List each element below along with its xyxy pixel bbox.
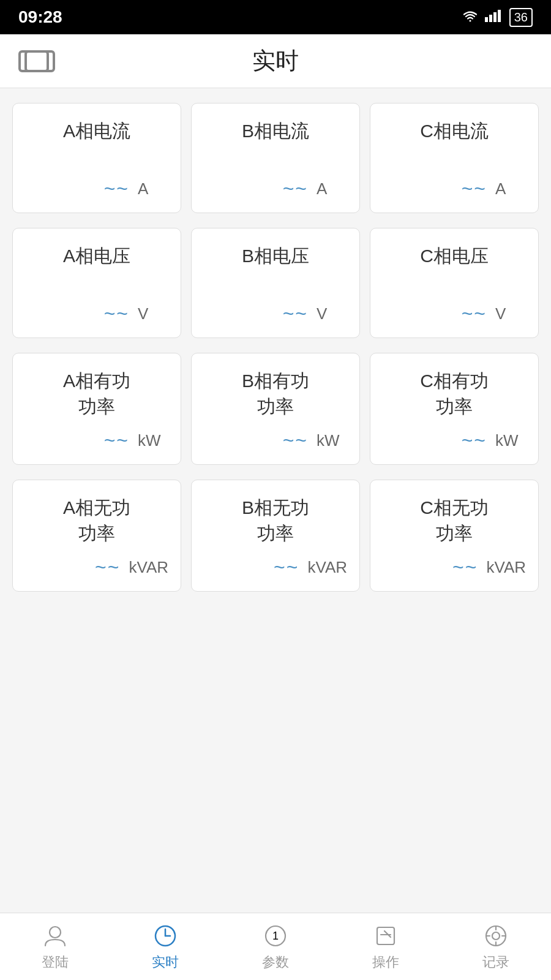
card-title-1-0: A相电压	[25, 243, 168, 269]
nav-label-realtime: 实时	[152, 953, 179, 971]
status-bar: 09:28 36	[0, 0, 551, 34]
card-row-0: A相电流~~AB相电流~~AC相电流~~A	[12, 103, 539, 213]
card-value-row-2-1: ~~kW	[204, 429, 347, 452]
app-logo	[18, 47, 55, 76]
card-2-0: A相有功功率~~kW	[12, 353, 181, 465]
card-unit-3-0: kVAR	[129, 558, 168, 577]
nav-item-operation[interactable]: 操作	[331, 922, 441, 971]
card-unit-0-0: A	[138, 179, 168, 198]
nav-icon-login	[42, 922, 69, 949]
card-tilde-2-0: ~~	[104, 429, 129, 452]
card-tilde-1-2: ~~	[462, 303, 487, 325]
card-title-3-1: B相无功功率	[204, 495, 347, 546]
card-value-row-0-1: ~~A	[204, 178, 347, 200]
nav-icon-realtime	[152, 922, 179, 949]
card-value-row-1-1: ~~V	[204, 303, 347, 325]
card-title-0-1: B相电流	[204, 118, 347, 144]
card-tilde-3-2: ~~	[452, 556, 478, 579]
card-unit-0-1: A	[317, 179, 347, 198]
nav-icon-params: 1	[262, 922, 289, 949]
status-time: 09:28	[18, 7, 62, 27]
svg-rect-12	[377, 927, 394, 944]
nav-item-params[interactable]: 1参数	[220, 922, 331, 971]
card-value-row-2-0: ~~kW	[25, 429, 168, 452]
nav-icon-records	[482, 922, 509, 949]
card-1-0: A相电压~~V	[12, 228, 181, 338]
signal-icon	[485, 9, 503, 22]
card-row-3: A相无功功率~~kVARB相无功功率~~kVARC相无功功率~~kVAR	[12, 480, 539, 592]
signal-strength	[485, 9, 503, 26]
card-0-0: A相电流~~A	[12, 103, 181, 213]
card-3-1: B相无功功率~~kVAR	[191, 480, 360, 592]
card-unit-3-2: kVAR	[486, 558, 526, 577]
svg-rect-2	[493, 12, 497, 22]
card-row-2: A相有功功率~~kWB相有功功率~~kWC相有功功率~~kW	[12, 353, 539, 465]
nav-label-params: 参数	[262, 953, 289, 971]
card-unit-2-0: kW	[138, 431, 168, 450]
card-3-0: A相无功功率~~kVAR	[12, 480, 181, 592]
card-title-2-0: A相有功功率	[25, 368, 168, 420]
card-unit-3-1: kVAR	[307, 558, 347, 577]
card-value-row-1-0: ~~V	[25, 303, 168, 325]
card-value-row-3-2: ~~kVAR	[383, 556, 526, 579]
card-tilde-2-2: ~~	[462, 429, 487, 452]
card-value-row-0-0: ~~A	[25, 178, 168, 200]
nav-label-records: 记录	[482, 953, 509, 971]
svg-rect-3	[498, 10, 501, 22]
card-unit-2-2: kW	[495, 431, 526, 450]
card-title-0-0: A相电流	[25, 118, 168, 144]
card-unit-2-1: kW	[317, 431, 347, 450]
card-2-1: B相有功功率~~kW	[191, 353, 360, 465]
svg-rect-1	[489, 15, 492, 22]
card-value-row-1-2: ~~V	[383, 303, 526, 325]
card-unit-1-2: V	[495, 304, 526, 323]
card-1-1: B相电压~~V	[191, 228, 360, 338]
card-title-2-1: B相有功功率	[204, 368, 347, 420]
svg-point-6	[50, 927, 61, 938]
card-title-1-2: C相电压	[383, 243, 526, 269]
svg-text:1: 1	[272, 930, 279, 942]
card-value-row-2-2: ~~kW	[383, 429, 526, 452]
svg-point-16	[492, 932, 500, 940]
card-tilde-2-1: ~~	[283, 429, 308, 452]
card-tilde-3-1: ~~	[274, 556, 299, 579]
card-0-1: B相电流~~A	[191, 103, 360, 213]
status-icons: 36	[462, 8, 533, 27]
battery-indicator: 36	[509, 8, 533, 27]
wifi-icon	[462, 10, 479, 24]
card-row-1: A相电压~~VB相电压~~VC相电压~~V	[12, 228, 539, 338]
nav-label-login: 登陆	[42, 953, 69, 971]
card-value-row-3-0: ~~kVAR	[25, 556, 168, 579]
card-tilde-3-0: ~~	[95, 556, 120, 579]
card-unit-1-0: V	[138, 304, 168, 323]
page-title: 实时	[252, 45, 299, 77]
nav-item-realtime[interactable]: 实时	[110, 922, 220, 971]
card-title-0-2: C相电流	[383, 118, 526, 144]
nav-item-records[interactable]: 记录	[441, 922, 551, 971]
card-title-1-1: B相电压	[204, 243, 347, 269]
card-tilde-0-1: ~~	[283, 178, 308, 200]
card-2-2: C相有功功率~~kW	[370, 353, 539, 465]
card-title-3-0: A相无功功率	[25, 495, 168, 546]
card-tilde-0-2: ~~	[462, 178, 487, 200]
nav-label-operation: 操作	[372, 953, 399, 971]
nav-icon-operation	[372, 922, 399, 949]
nav-item-login[interactable]: 登陆	[0, 922, 110, 971]
header: 实时	[0, 34, 551, 88]
bottom-nav: 登陆实时1参数操作记录	[0, 913, 551, 980]
card-unit-1-1: V	[317, 304, 347, 323]
card-1-2: C相电压~~V	[370, 228, 539, 338]
card-3-2: C相无功功率~~kVAR	[370, 480, 539, 592]
card-tilde-1-0: ~~	[104, 303, 129, 325]
content-area: A相电流~~AB相电流~~AC相电流~~AA相电压~~VB相电压~~VC相电压~…	[0, 88, 551, 913]
card-title-3-2: C相无功功率	[383, 495, 526, 546]
card-unit-0-2: A	[495, 179, 526, 198]
card-value-row-0-2: ~~A	[383, 178, 526, 200]
card-tilde-0-0: ~~	[104, 178, 129, 200]
card-title-2-2: C相有功功率	[383, 368, 526, 420]
svg-rect-5	[26, 51, 48, 71]
svg-rect-0	[485, 17, 488, 22]
card-tilde-1-1: ~~	[283, 303, 308, 325]
card-0-2: C相电流~~A	[370, 103, 539, 213]
card-value-row-3-1: ~~kVAR	[204, 556, 347, 579]
